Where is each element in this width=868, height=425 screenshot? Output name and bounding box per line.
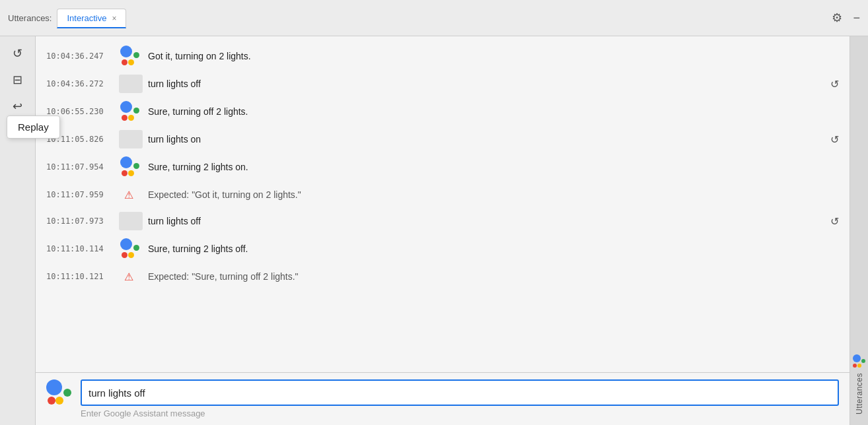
right-sidebar-label: Utterances — [855, 373, 864, 414]
message-text: turn lights on — [148, 134, 825, 145]
error-icon: ⚠ — [124, 189, 133, 201]
assistant-avatar — [120, 101, 141, 122]
dot-blue — [120, 156, 132, 168]
undo-icon: ↩ — [13, 99, 22, 114]
table-row: 10:11:05.826 turn lights on ↺ — [36, 126, 850, 152]
dot-yellow — [128, 115, 134, 121]
table-row: 10:11:07.959 ⚠ Expected: "Got it, turnin… — [36, 181, 850, 208]
dot-green — [133, 163, 139, 169]
dot-blue — [120, 101, 132, 113]
dot-blue — [853, 354, 861, 362]
dot-green — [133, 108, 139, 114]
dot-red — [122, 252, 127, 258]
dot-yellow — [55, 397, 63, 405]
replay-utterance-button[interactable]: ↺ — [830, 215, 839, 228]
timestamp: 10:11:10.121 — [46, 272, 119, 281]
avatar: ⚠ — [119, 189, 143, 201]
title-label: Utterances: — [8, 13, 52, 23]
main-container: ↺ ⊟ ↩ Replay 10:04:36.247 — [0, 36, 868, 425]
dot-red — [853, 364, 857, 368]
minimize-button[interactable]: − — [853, 11, 860, 25]
user-avatar — [119, 130, 143, 148]
avatar — [119, 46, 143, 67]
message-input[interactable] — [81, 379, 839, 406]
table-row: 10:11:07.973 turn lights off ↺ — [36, 208, 850, 234]
dot-red — [48, 397, 55, 405]
message-text: Sure, turning 2 lights off. — [148, 244, 839, 254]
avatar — [119, 156, 143, 178]
timestamp: 10:11:07.973 — [46, 216, 119, 226]
table-row: 10:06:55.230 Sure, turning off 2 lights. — [36, 97, 850, 126]
replay-utterance-button[interactable]: ↺ — [830, 133, 839, 146]
input-avatar — [46, 379, 73, 406]
timestamp: 10:04:36.247 — [46, 51, 119, 61]
table-row: 10:04:36.247 Got it, turning on 2 lights… — [36, 42, 850, 71]
replay-utterance-button[interactable]: ↺ — [830, 78, 839, 90]
message-text: Got it, turning on 2 lights. — [148, 51, 839, 61]
avatar — [119, 130, 143, 148]
input-row — [46, 379, 839, 406]
avatar: ⚠ — [119, 271, 143, 283]
avatar — [119, 101, 143, 122]
dot-blue — [120, 238, 132, 250]
expected-text: Expected: "Got it, turning on 2 lights." — [148, 189, 301, 200]
dot-blue — [46, 379, 62, 395]
right-sidebar: Utterances — [850, 36, 868, 425]
save-icon: ⊟ — [13, 73, 22, 87]
table-row: 10:11:10.121 ⚠ Expected: "Sure, turning … — [36, 263, 850, 290]
avatar — [119, 212, 143, 230]
table-row: 10:11:07.954 Sure, turning 2 lights on. — [36, 152, 850, 181]
save-button[interactable]: ⊟ — [6, 68, 30, 92]
replay-button[interactable]: ↺ — [6, 42, 30, 65]
dot-green — [63, 389, 71, 397]
error-icon: ⚠ — [124, 271, 133, 283]
assistant-avatar — [120, 238, 141, 259]
dot-blue — [120, 46, 132, 57]
dot-green — [861, 359, 865, 363]
content-area: 10:04:36.247 Got it, turning on 2 lights… — [36, 36, 850, 425]
message-text: Sure, turning off 2 lights. — [148, 106, 839, 117]
dot-red — [122, 115, 127, 121]
avatar — [119, 75, 143, 93]
utterances-list[interactable]: 10:04:36.247 Got it, turning on 2 lights… — [36, 36, 850, 372]
replay-icon: ↺ — [13, 46, 22, 61]
assistant-avatar — [120, 156, 141, 178]
title-bar-actions: ⚙ − — [832, 11, 860, 25]
message-text: Sure, turning 2 lights on. — [148, 162, 839, 172]
tab-label: Interactive — [67, 13, 106, 23]
minimize-icon: − — [853, 11, 860, 25]
message-text: turn lights off — [148, 79, 825, 89]
timestamp: 10:11:07.954 — [46, 162, 119, 172]
timestamp: 10:11:10.114 — [46, 244, 119, 253]
undo-button[interactable]: ↩ — [6, 94, 30, 118]
timestamp: 10:06:55.230 — [46, 107, 119, 116]
sidebar-tools: ↺ ⊟ ↩ Replay — [0, 36, 36, 425]
dot-red — [122, 170, 127, 176]
input-area: Enter Google Assistant message — [36, 372, 850, 425]
dot-red — [122, 59, 127, 65]
user-avatar — [119, 212, 143, 230]
dot-yellow — [128, 170, 134, 176]
tab-interactive[interactable]: Interactive × — [57, 9, 126, 28]
dot-yellow — [128, 252, 134, 258]
timestamp: 10:11:07.959 — [46, 190, 119, 199]
tab-close-button[interactable]: × — [112, 14, 116, 23]
avatar — [119, 238, 143, 259]
replay-tooltip: Replay — [7, 115, 60, 139]
message-text: turn lights off — [148, 216, 825, 226]
user-avatar — [119, 75, 143, 93]
dot-yellow — [128, 59, 134, 65]
title-bar: Utterances: Interactive × ⚙ − — [0, 0, 868, 36]
right-sidebar-avatar — [853, 354, 866, 368]
table-row: 10:04:36.272 turn lights off ↺ — [36, 71, 850, 97]
dot-yellow — [857, 364, 861, 368]
table-row: 10:11:10.114 Sure, turning 2 lights off. — [36, 234, 850, 263]
dot-green — [133, 52, 139, 58]
expected-text: Expected: "Sure, turning off 2 lights." — [148, 271, 299, 282]
dot-green — [133, 245, 139, 251]
timestamp: 10:04:36.272 — [46, 79, 119, 88]
gear-icon: ⚙ — [832, 11, 842, 25]
gear-button[interactable]: ⚙ — [832, 11, 842, 25]
input-hint: Enter Google Assistant message — [81, 409, 839, 418]
assistant-avatar — [120, 46, 141, 67]
